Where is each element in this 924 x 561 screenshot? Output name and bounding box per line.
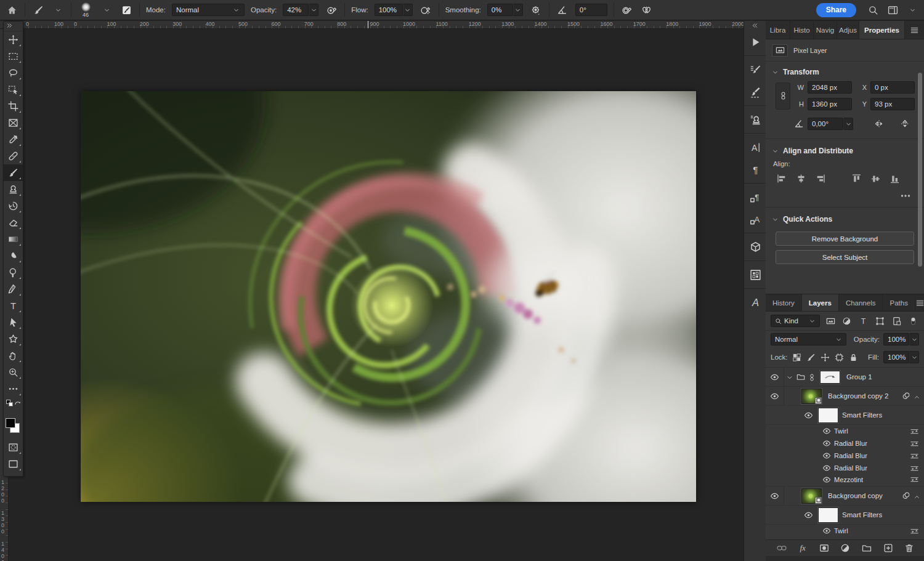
dock-collapse-button[interactable] xyxy=(744,21,766,31)
select-subject-button[interactable]: Select Subject xyxy=(776,250,914,264)
zoom-tool[interactable] xyxy=(4,364,23,381)
x-input[interactable]: 0 px xyxy=(870,81,915,94)
filter-smartobject-icon[interactable] xyxy=(891,315,902,326)
visibility-toggle[interactable] xyxy=(804,411,813,420)
lock-transparent-icon[interactable] xyxy=(792,352,802,363)
swap-colors-icon[interactable] xyxy=(14,399,22,407)
filter-options-icon[interactable] xyxy=(910,440,924,448)
custom-shape-tool[interactable] xyxy=(4,331,23,347)
pen-tool[interactable] xyxy=(4,281,23,297)
horizontal-ruler[interactable]: 0100010020030040050060070080090010001100… xyxy=(9,21,744,29)
filter-options-icon[interactable] xyxy=(910,427,924,435)
chevron-down-icon[interactable] xyxy=(906,3,919,17)
lock-all-icon[interactable] xyxy=(849,352,859,363)
filter-adjustment-icon[interactable] xyxy=(841,315,853,326)
remove-background-button[interactable]: Remove Background xyxy=(776,232,914,246)
eyedropper-tool[interactable] xyxy=(4,131,23,148)
layer-name[interactable]: Group 1 xyxy=(846,373,872,381)
filter-options-icon[interactable] xyxy=(910,475,924,483)
layer-row-group1[interactable]: Group 1 xyxy=(766,368,924,387)
search-icon[interactable] xyxy=(866,3,880,17)
align-bottom-icon[interactable] xyxy=(890,174,900,184)
filter-row-radial-blur[interactable]: Radial Blur xyxy=(766,450,924,462)
flow-input[interactable]: 100% xyxy=(375,4,413,16)
brush-tool-icon[interactable] xyxy=(31,3,45,17)
filter-options-icon[interactable] xyxy=(910,452,924,460)
tab-histogram[interactable]: Histo xyxy=(790,21,814,39)
tab-paths[interactable]: Paths xyxy=(883,294,915,311)
add-mask-icon[interactable] xyxy=(818,543,830,554)
adjustment-icon[interactable] xyxy=(840,543,851,554)
palette-collapse[interactable] xyxy=(4,22,23,31)
canvas[interactable] xyxy=(81,91,696,502)
clone-source-panel-button[interactable] xyxy=(744,108,766,131)
gear-icon[interactable] xyxy=(529,3,543,17)
lock-artboard-icon[interactable] xyxy=(835,352,845,363)
symmetry-icon[interactable] xyxy=(640,3,654,17)
fx-icon[interactable]: fx xyxy=(797,543,809,554)
eraser-tool[interactable] xyxy=(4,214,23,231)
hand-tool[interactable] xyxy=(4,347,23,364)
visibility-toggle[interactable] xyxy=(822,427,831,435)
chevron-up-icon[interactable] xyxy=(914,493,920,499)
move-tool[interactable] xyxy=(4,31,23,48)
airbrush-icon[interactable] xyxy=(419,3,432,17)
dodge-tool[interactable] xyxy=(4,264,23,281)
brush-angle-input[interactable]: 0° xyxy=(575,4,607,16)
filter-name[interactable]: Mezzotint xyxy=(834,476,863,483)
default-colors-icon[interactable] xyxy=(6,400,13,406)
quick-mask-button[interactable] xyxy=(4,439,23,456)
smart-filter-badge-icon[interactable] xyxy=(902,392,911,401)
tab-properties[interactable]: Properties xyxy=(859,21,905,39)
visibility-toggle[interactable] xyxy=(804,511,813,520)
new-group-icon[interactable] xyxy=(861,543,873,554)
smart-filters-row[interactable]: Smart Filters xyxy=(766,506,924,525)
spot-healing-brush-tool[interactable] xyxy=(4,148,23,164)
visibility-toggle[interactable] xyxy=(766,368,784,386)
filter-toggle-icon[interactable] xyxy=(907,315,919,326)
quick-actions-header[interactable]: Quick Actions xyxy=(766,209,924,227)
kind-filter-select[interactable]: Kind xyxy=(771,315,820,327)
mode-select[interactable]: Normal xyxy=(172,4,245,16)
lock-move-icon[interactable] xyxy=(821,352,830,363)
smart-filter-badge-icon[interactable] xyxy=(902,491,911,501)
visibility-toggle[interactable] xyxy=(822,475,831,484)
more-options-icon[interactable] xyxy=(901,193,910,198)
filter-name[interactable]: Radial Blur xyxy=(834,440,867,447)
paragraph-styles-panel-button[interactable]: ¶ xyxy=(744,186,766,208)
layer-row-background-copy-2[interactable]: Background copy 2 xyxy=(766,387,924,406)
filter-row-radial-blur[interactable]: Radial Blur xyxy=(766,437,924,450)
layer-name[interactable]: Background copy xyxy=(828,492,883,499)
screen-mode-button[interactable] xyxy=(4,456,23,472)
path-selection-tool[interactable] xyxy=(4,314,23,331)
layer-name[interactable]: Background copy 2 xyxy=(828,392,888,400)
group-mask-thumbnail[interactable] xyxy=(820,371,840,384)
lasso-tool[interactable] xyxy=(4,65,23,81)
tab-history[interactable]: History xyxy=(766,294,802,311)
pattern-preview-panel-button[interactable] xyxy=(744,264,766,286)
layer-thumbnail[interactable] xyxy=(801,488,822,504)
visibility-toggle[interactable] xyxy=(822,464,831,472)
chevron-down-icon[interactable] xyxy=(309,4,318,16)
filter-name[interactable]: Radial Blur xyxy=(834,464,867,472)
glyphs-panel-button[interactable]: A xyxy=(744,291,766,313)
layer-thumbnail[interactable] xyxy=(801,389,822,404)
workspace-switcher-icon[interactable] xyxy=(886,3,899,17)
threed-panel-button[interactable] xyxy=(744,236,766,258)
filter-name[interactable]: Twirl xyxy=(834,527,848,535)
smoothing-input[interactable]: 0% xyxy=(487,4,523,16)
visibility-toggle[interactable] xyxy=(822,451,831,460)
align-center-v-icon[interactable] xyxy=(870,174,881,184)
filter-shape-icon[interactable] xyxy=(874,315,886,326)
character-panel-button[interactable]: A xyxy=(744,136,766,158)
panel-menu-icon[interactable] xyxy=(915,298,924,307)
filter-type-icon[interactable]: T xyxy=(857,315,869,326)
align-section-header[interactable]: Align and Distribute xyxy=(766,140,924,159)
blur-tool[interactable] xyxy=(4,248,23,264)
align-right-icon[interactable] xyxy=(815,174,825,184)
chevron-up-icon[interactable] xyxy=(914,393,920,400)
filter-name[interactable]: Twirl xyxy=(834,427,848,435)
filter-options-icon[interactable] xyxy=(910,527,924,535)
filter-row-radial-blur[interactable]: Radial Blur xyxy=(766,462,924,474)
chevron-down-icon[interactable] xyxy=(909,351,919,363)
